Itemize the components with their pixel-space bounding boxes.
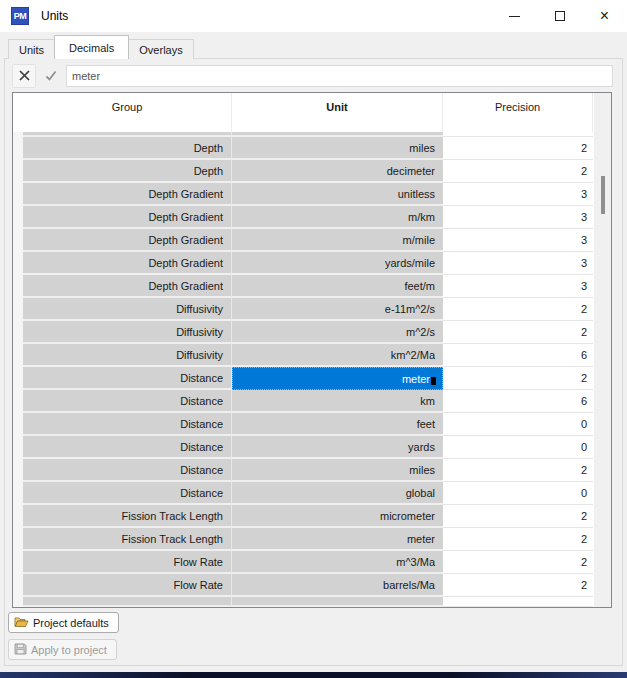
cell-group[interactable]: Fission Track Length — [23, 528, 232, 551]
cell-group[interactable]: Diffusivity — [23, 344, 232, 367]
cell-group[interactable]: Depth Gradient — [23, 252, 232, 275]
cell-group[interactable]: Distance — [23, 367, 232, 390]
cell-unit-text: miles — [409, 142, 435, 154]
cell-unit[interactable]: miles — [232, 137, 443, 160]
minimize-icon — [509, 16, 520, 17]
cell-unit[interactable]: global — [232, 482, 443, 505]
cell-group[interactable]: Diffusivity — [23, 321, 232, 344]
cell-precision[interactable]: 2 — [443, 528, 593, 551]
cell-unit[interactable]: m/km — [232, 206, 443, 229]
cell-precision-text: 2 — [581, 510, 587, 522]
cell-group[interactable]: Depth Gradient — [23, 206, 232, 229]
project-defaults-button[interactable]: Project defaults — [8, 612, 119, 633]
maximize-icon — [555, 11, 565, 21]
cell-precision[interactable]: 2 — [443, 367, 593, 390]
cell-unit[interactable]: micrometer — [232, 505, 443, 528]
cell-precision[interactable]: 2 — [443, 298, 593, 321]
cell-unit-text: feet — [417, 418, 435, 430]
cell-group[interactable]: Depth — [23, 137, 232, 160]
cell-group[interactable]: Distance — [23, 459, 232, 482]
cell-group[interactable]: Distance — [23, 482, 232, 505]
cell-unit[interactable]: barrels/Ma — [232, 574, 443, 597]
table-body: Depthmiles2Depthdecimeter2Depth Gradient… — [13, 132, 611, 607]
cell-precision[interactable]: 3 — [443, 206, 593, 229]
cell-precision-text: 3 — [581, 280, 587, 292]
cell-group[interactable]: Diffusivity — [23, 298, 232, 321]
cell-precision[interactable]: 2 — [443, 160, 593, 183]
cell-precision[interactable]: 2 — [443, 137, 593, 160]
cell-unit-text: m/km — [408, 211, 435, 223]
cell-group[interactable]: Flow Rate — [23, 551, 232, 574]
close-button[interactable]: × — [582, 0, 627, 32]
cell-unit[interactable]: decimeter — [232, 160, 443, 183]
cell-group[interactable]: Depth — [23, 160, 232, 183]
cell-group[interactable] — [23, 597, 232, 607]
cell-unit-text: unitless — [398, 188, 435, 200]
tab-units[interactable]: Units — [8, 39, 55, 59]
cell-precision[interactable]: 3 — [443, 183, 593, 206]
cell-precision[interactable]: 3 — [443, 229, 593, 252]
cell-group[interactable]: Fission Track Length — [23, 505, 232, 528]
cell-group[interactable]: Distance — [23, 413, 232, 436]
tab-overlays[interactable]: Overlays — [128, 39, 193, 59]
cell-precision[interactable]: 0 — [443, 482, 593, 505]
row-header — [13, 298, 23, 321]
cell-group[interactable]: Depth Gradient — [23, 183, 232, 206]
vertical-scrollbar[interactable] — [594, 93, 611, 607]
cell-unit-text: yards — [408, 441, 435, 453]
cell-unit-text: yards/mile — [385, 257, 435, 269]
cell-precision-text: 2 — [581, 533, 587, 545]
cell-precision[interactable]: 2 — [443, 459, 593, 482]
cell-precision[interactable]: 2 — [443, 574, 593, 597]
cell-precision[interactable]: 6 — [443, 390, 593, 413]
cell-precision[interactable]: 3 — [443, 275, 593, 298]
minimize-button[interactable] — [492, 0, 537, 32]
cell-unit-text: global — [406, 487, 435, 499]
cell-group[interactable]: Depth Gradient — [23, 229, 232, 252]
cell-precision[interactable]: 3 — [443, 252, 593, 275]
cell-unit[interactable]: km^2/Ma — [232, 344, 443, 367]
cell-unit[interactable]: e-11m^2/s — [232, 298, 443, 321]
cancel-edit-button[interactable] — [12, 64, 36, 88]
confirm-edit-button[interactable] — [39, 64, 63, 88]
cell-group-text: Diffusivity — [176, 326, 223, 338]
apply-to-project-button[interactable]: Apply to project — [8, 639, 117, 660]
table-row: Fission Track Lengthmicrometer2 — [13, 505, 611, 528]
cell-unit[interactable]: m^2/s — [232, 321, 443, 344]
column-header-unit: Unit — [232, 93, 443, 132]
cell-group[interactable]: Distance — [23, 436, 232, 459]
cell-unit[interactable]: feet — [232, 413, 443, 436]
cell-unit[interactable]: miles — [232, 459, 443, 482]
cell-precision[interactable]: 0 — [443, 413, 593, 436]
cell-unit[interactable]: meter — [232, 367, 443, 390]
cell-precision[interactable] — [443, 597, 593, 607]
row-header — [13, 137, 23, 160]
cell-precision[interactable]: 6 — [443, 344, 593, 367]
cell-unit[interactable] — [232, 597, 443, 607]
cell-unit[interactable]: km — [232, 390, 443, 413]
cell-precision[interactable]: 2 — [443, 551, 593, 574]
cell-unit[interactable]: feet/m — [232, 275, 443, 298]
cell-precision[interactable]: 0 — [443, 436, 593, 459]
row-header — [13, 206, 23, 229]
maximize-button[interactable] — [537, 0, 582, 32]
cell-unit[interactable]: yards — [232, 436, 443, 459]
x-icon — [18, 69, 31, 84]
unit-edit-field[interactable] — [66, 65, 613, 87]
cell-precision[interactable]: 2 — [443, 505, 593, 528]
row-header — [13, 252, 23, 275]
cell-unit[interactable]: meter — [232, 528, 443, 551]
tab-decimals[interactable]: Decimals — [54, 35, 129, 59]
vertical-scrollbar-thumb[interactable] — [601, 176, 605, 214]
cell-unit[interactable]: m/mile — [232, 229, 443, 252]
cell-unit[interactable]: unitless — [232, 183, 443, 206]
cell-group[interactable]: Distance — [23, 390, 232, 413]
cell-unit[interactable]: yards/mile — [232, 252, 443, 275]
cell-precision-text: 0 — [581, 418, 587, 430]
cell-precision-text: 6 — [581, 395, 587, 407]
cell-precision[interactable]: 2 — [443, 321, 593, 344]
cell-group[interactable]: Depth Gradient — [23, 275, 232, 298]
cell-group[interactable]: Flow Rate — [23, 574, 232, 597]
cell-unit[interactable]: m^3/Ma — [232, 551, 443, 574]
cell-precision-text: 2 — [581, 142, 587, 154]
